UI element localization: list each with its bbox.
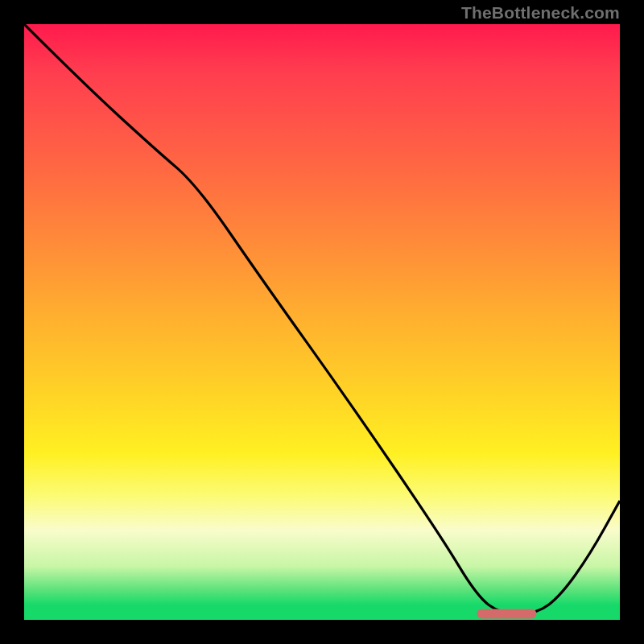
chart-container: TheBottleneck.com — [0, 0, 644, 644]
optimum-marker — [477, 609, 536, 619]
plot-svg — [24, 24, 620, 620]
bottleneck-curve — [24, 24, 620, 614]
plot-area — [24, 24, 620, 620]
watermark-text: TheBottleneck.com — [461, 3, 620, 23]
